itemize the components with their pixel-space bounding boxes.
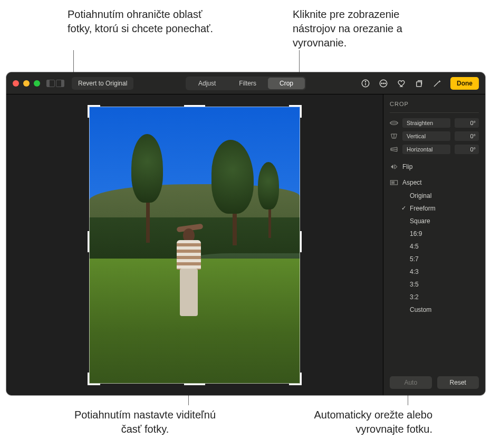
aspect-4-3[interactable]: 4:3 bbox=[400, 265, 479, 278]
straighten-row: Straighten 0° bbox=[390, 118, 479, 128]
svg-rect-13 bbox=[391, 182, 394, 184]
toggle-right-sidebar-icon[interactable] bbox=[56, 80, 64, 87]
crop-frame[interactable] bbox=[89, 107, 300, 384]
more-icon[interactable] bbox=[379, 79, 388, 88]
auto-button[interactable]: Auto bbox=[390, 376, 432, 389]
divider bbox=[390, 112, 479, 113]
svg-point-2 bbox=[365, 81, 365, 82]
sidebar-toggle-group bbox=[46, 80, 64, 87]
close-window-button[interactable] bbox=[13, 80, 19, 87]
straighten-label[interactable]: Straighten bbox=[402, 118, 450, 128]
sidebar-footer: Auto Reset bbox=[390, 371, 479, 389]
info-icon[interactable] bbox=[361, 79, 370, 88]
revert-to-original-button[interactable]: Revert to Original bbox=[72, 77, 133, 90]
window-controls bbox=[13, 80, 40, 87]
horizontal-label[interactable]: Horizontal bbox=[402, 145, 450, 154]
maximize-window-button[interactable] bbox=[34, 80, 40, 87]
crop-handle-top-left[interactable] bbox=[88, 105, 100, 118]
aspect-16-9[interactable]: 16:9 bbox=[400, 227, 479, 240]
crop-sidebar: CROP Straighten 0° Vertical 0° bbox=[383, 94, 485, 395]
done-button[interactable]: Done bbox=[450, 77, 479, 90]
straighten-icon bbox=[390, 119, 398, 127]
minimize-window-button[interactable] bbox=[23, 80, 30, 87]
vertical-row: Vertical 0° bbox=[390, 131, 479, 141]
horizontal-value[interactable]: 0° bbox=[455, 145, 479, 154]
aspect-custom[interactable]: Custom bbox=[400, 303, 479, 316]
vertical-label[interactable]: Vertical bbox=[402, 131, 450, 141]
crop-edge-left[interactable] bbox=[88, 231, 89, 252]
rotate-icon[interactable] bbox=[415, 79, 424, 88]
aspect-row[interactable]: Aspect bbox=[390, 179, 479, 186]
auto-enhance-icon[interactable] bbox=[432, 79, 442, 88]
reset-button[interactable]: Reset bbox=[437, 376, 479, 389]
crop-border bbox=[89, 107, 300, 384]
flip-icon bbox=[390, 163, 398, 170]
crop-edge-right[interactable] bbox=[300, 231, 302, 252]
straighten-value[interactable]: 0° bbox=[455, 118, 479, 128]
callout-crop-area: Potiahnutím ohraničte oblasť fotky, ktor… bbox=[68, 7, 215, 36]
aspect-freeform[interactable]: Freeform bbox=[400, 202, 479, 215]
canvas-area bbox=[6, 94, 383, 395]
aspect-5-7[interactable]: 5:7 bbox=[400, 253, 479, 265]
aspect-4-5[interactable]: 4:5 bbox=[400, 240, 479, 253]
crop-edge-bottom[interactable] bbox=[184, 384, 205, 385]
svg-rect-7 bbox=[417, 82, 421, 87]
vertical-perspective-icon bbox=[390, 132, 398, 140]
horizontal-perspective-icon bbox=[390, 146, 398, 153]
favorite-icon[interactable] bbox=[397, 79, 406, 88]
horizontal-row: Horizontal 0° bbox=[390, 145, 479, 154]
callout-auto: Automaticky orežte alebo vyrovnajte fotk… bbox=[285, 408, 432, 436]
crop-handle-top-right[interactable] bbox=[289, 105, 302, 118]
titlebar: Revert to Original Adjust Filters Crop D… bbox=[6, 72, 485, 94]
crop-edge-top[interactable] bbox=[184, 105, 205, 107]
tab-filters[interactable]: Filters bbox=[227, 78, 268, 89]
toggle-left-sidebar-icon[interactable] bbox=[46, 80, 55, 87]
crop-handle-bottom-right[interactable] bbox=[289, 373, 302, 385]
svg-point-4 bbox=[381, 83, 382, 84]
app-window: Revert to Original Adjust Filters Crop D… bbox=[6, 72, 485, 395]
crop-handle-bottom-left[interactable] bbox=[88, 373, 100, 385]
tab-adjust[interactable]: Adjust bbox=[187, 78, 227, 89]
aspect-original[interactable]: Original bbox=[400, 189, 479, 202]
aspect-icon bbox=[390, 179, 398, 186]
tab-crop[interactable]: Crop bbox=[268, 78, 305, 89]
aspect-3-5[interactable]: 3:5 bbox=[400, 278, 479, 291]
callout-drag-visible: Potiahnutím nastavte viditeľnú časť fotk… bbox=[71, 408, 219, 436]
aspect-label: Aspect bbox=[402, 179, 422, 186]
vertical-value[interactable]: 0° bbox=[455, 131, 479, 141]
aspect-list: Original Freeform Square 16:9 4:5 5:7 4:… bbox=[400, 189, 479, 316]
aspect-square[interactable]: Square bbox=[400, 215, 479, 227]
right-toolbar: Done bbox=[361, 77, 479, 90]
edit-tabs: Adjust Filters Crop bbox=[186, 77, 306, 90]
content-area: CROP Straighten 0° Vertical 0° bbox=[6, 94, 485, 395]
flip-label: Flip bbox=[402, 163, 412, 170]
sidebar-title: CROP bbox=[390, 101, 479, 107]
callout-crop-tab: Kliknite pre zobrazenie nástrojov na ore… bbox=[293, 7, 440, 50]
svg-point-6 bbox=[385, 83, 386, 84]
flip-row[interactable]: Flip bbox=[390, 163, 479, 170]
aspect-3-2[interactable]: 3:2 bbox=[400, 291, 479, 303]
svg-point-5 bbox=[383, 83, 384, 84]
